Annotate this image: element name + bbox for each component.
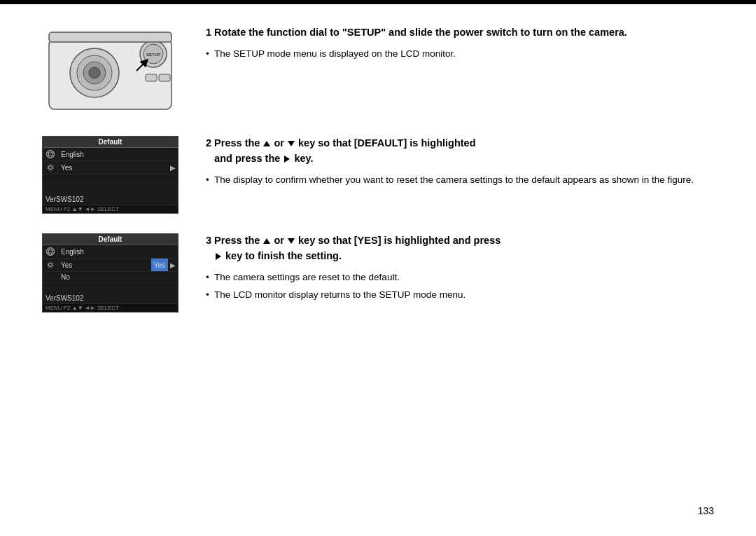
page-number: 133 (698, 505, 714, 516)
camera-diagram: SETUP (42, 25, 182, 116)
lcd1-gear-icon (43, 161, 58, 174)
svg-point-19 (48, 248, 52, 256)
lcd1-footer: MENU P2 ▲▼ ◄► SELECT (43, 205, 178, 213)
lcd1-version: VerSWS102 (43, 194, 178, 205)
lcd2-yes-label: Yes (58, 259, 151, 271)
step2-or: or (274, 137, 287, 149)
lcd2-english-label: English (58, 245, 178, 258)
arrow-right-icon (284, 156, 290, 163)
lcd1-english-label: English (58, 148, 178, 160)
arrow-up-icon (263, 141, 270, 146)
step2-heading-part2: key so that [DEFAULT] is highlighted (298, 137, 476, 149)
step2-row: Default English (42, 136, 714, 214)
step2-image-col: Default English (42, 136, 189, 214)
lcd2-no-row: No (43, 272, 178, 283)
step1-image-col: SETUP (42, 25, 189, 116)
step3-bullet2: The LCD monitor display returns to the S… (206, 287, 714, 303)
lcd2-yes-arrow: ▶ (168, 259, 178, 271)
lcd1-row-english: English (43, 148, 178, 161)
step3-or: or (274, 235, 284, 246)
step1-text: 1 Rotate the function dial to "SETUP" an… (206, 25, 714, 64)
lcd1-row-yes: Yes ▶ (43, 161, 178, 174)
step2-heading-part3: and press the (206, 153, 283, 164)
lcd2-spacer (43, 283, 178, 293)
step3-heading: 3 Press the or key so that [YES] is high… (206, 233, 714, 264)
lcd2-globe-icon (43, 245, 58, 258)
svg-point-16 (48, 166, 52, 170)
step3-text: 3 Press the or key so that [YES] is high… (206, 233, 714, 305)
lcd2-footer: MENU P2 ▲▼ ◄► SELECT (43, 304, 178, 312)
arrow-down-icon (288, 141, 295, 146)
svg-point-13 (48, 151, 52, 158)
content-area: SETUP 1 Rotate the (0, 4, 756, 353)
lcd2-no-label: No (43, 272, 178, 282)
lcd2-row-yes: Yes Yes ▶ (43, 259, 178, 272)
lcd2-gear-icon (43, 259, 58, 271)
step2-heading-part4: key. (294, 153, 313, 164)
step3-arrow-up-icon (263, 238, 270, 244)
step3-bullet1: The camera settings are reset to the def… (206, 270, 714, 285)
lcd1-globe-icon (43, 148, 58, 160)
step3-image-col: Default English (42, 233, 189, 312)
step2-bullet: The display to confirm whether you want … (206, 172, 714, 188)
lcd1-yes-label: Yes (58, 161, 168, 174)
step3-row: Default English (42, 233, 714, 312)
lcd2-version: VerSWS102 (43, 293, 178, 303)
step3-heading-part1: 3 Press the (206, 235, 262, 246)
svg-rect-9 (146, 74, 157, 81)
lcd2-row-english: English (43, 245, 178, 259)
step1-heading: 1 Rotate the function dial to "SETUP" an… (206, 25, 714, 41)
svg-rect-11 (49, 32, 172, 42)
svg-point-12 (46, 151, 54, 158)
step3-arrow-right-icon (216, 253, 221, 260)
step2-heading-part1: 2 Press the (206, 137, 260, 149)
step3-arrow-down-icon (288, 238, 295, 244)
svg-point-4 (89, 67, 100, 78)
lcd2-yes-value: Yes (151, 259, 168, 271)
lcd1-yes-arrow: ▶ (168, 161, 178, 174)
lcd1-spacer2 (43, 184, 178, 194)
step3-heading-part2: key so that [YES] is highlighted and pre… (298, 235, 500, 246)
svg-text:SETUP: SETUP (146, 53, 160, 57)
lcd1-header: Default (43, 137, 178, 148)
step1-row: SETUP 1 Rotate the (42, 25, 714, 116)
svg-point-17 (47, 165, 53, 171)
step1-bullet: The SETUP mode menu is displayed on the … (206, 46, 714, 62)
lcd1-version-row: VerSWS102 (43, 194, 178, 205)
step2-lcd: Default English (42, 136, 178, 214)
lcd2-version-row: VerSWS102 (43, 293, 178, 304)
step2-text: 2 Press the or key so that [DEFAULT] is … (206, 136, 714, 190)
step3-heading-part3: key to finish the setting. (225, 250, 342, 261)
step3-lcd: Default English (42, 233, 178, 312)
svg-point-22 (48, 263, 52, 267)
lcd1-spacer1 (43, 174, 178, 184)
lcd2-header: Default (43, 234, 178, 245)
svg-point-18 (46, 248, 54, 256)
svg-point-23 (47, 262, 53, 268)
svg-rect-10 (159, 74, 170, 81)
step2-heading: 2 Press the or key so that [DEFAULT] is … (206, 136, 714, 167)
